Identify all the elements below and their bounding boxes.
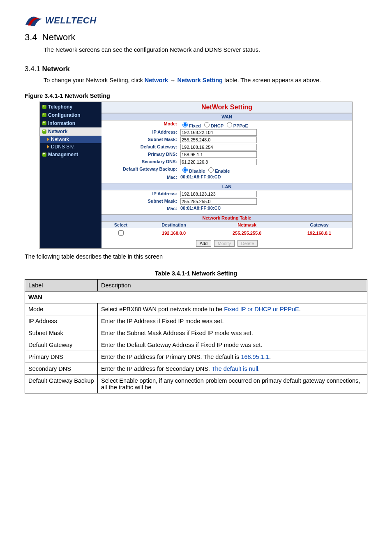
wan-header: WAN <box>101 113 352 120</box>
add-button[interactable]: Add <box>196 240 212 247</box>
sidebar-item-management[interactable]: Management <box>40 150 101 159</box>
subsection-intro: To change your Network Setting, click Ne… <box>44 75 367 86</box>
routing-header: Network Routing Table <box>101 214 352 222</box>
sidebar-sub-network[interactable]: Network <box>40 136 101 143</box>
plus-icon <box>42 105 46 109</box>
panel-title: NetWork Setting <box>101 102 352 113</box>
arrow-icon <box>47 145 49 148</box>
link-network-setting: Network Setting <box>178 77 223 83</box>
sidebar-sub-ddns[interactable]: DDNS Srv. <box>40 143 101 150</box>
table-row: Primary DNS Enter the IP address for Pri… <box>25 351 367 363</box>
table-row: Default Gateway BackupSelect Enable opti… <box>25 375 367 393</box>
delete-button[interactable]: Delete <box>238 240 258 247</box>
plus-icon <box>42 121 46 125</box>
sidebar-item-network[interactable]: Network <box>40 127 101 136</box>
section-intro: The Network screens can see the configur… <box>44 44 367 56</box>
table-row: Mode Select ePBX80 WAN port network mode… <box>25 303 367 315</box>
mode-pppoe-radio[interactable] <box>227 122 232 127</box>
minus-icon <box>42 130 46 134</box>
wan-gw-input[interactable] <box>180 144 257 150</box>
gwbk-enable-radio[interactable] <box>208 167 214 173</box>
footer-rule <box>25 420 222 420</box>
lan-ip-input[interactable] <box>180 191 257 197</box>
description-table: Label Description WAN Mode Select ePBX80… <box>25 279 367 393</box>
wan-mask-input[interactable] <box>180 136 257 143</box>
plus-icon <box>42 153 46 157</box>
sidebar: Telephony Configuration Information Netw… <box>40 102 101 248</box>
routing-table: Select Destination Netmask Gateway 192.1… <box>101 222 352 238</box>
sidebar-item-information[interactable]: Information <box>40 119 101 127</box>
figure-caption: Figure 3.4.1-1 Network Setting <box>25 92 367 99</box>
plus-icon <box>42 113 46 117</box>
wan-pdns-input[interactable] <box>180 151 257 158</box>
sidebar-item-telephony[interactable]: Telephony <box>40 103 101 111</box>
table-row: IP AddressEnter the IP Address if Fixed … <box>25 315 367 327</box>
logo-icon <box>25 12 45 29</box>
logo: WELLTECH <box>25 12 367 29</box>
table-row: 192.168.8.0 255.255.255.0 192.168.8.1 <box>101 228 352 238</box>
wan-mode[interactable]: Fixed DHCP PPPoE <box>179 120 352 129</box>
table-row: Secondary DNS Enter the IP address for S… <box>25 363 367 375</box>
content-panel: NetWork Setting WAN Mode: Fixed DHCP PPP… <box>101 102 352 248</box>
following-text: The following table describes the table … <box>25 251 367 263</box>
screenshot: Telephony Configuration Information Netw… <box>39 102 353 249</box>
table-row: Default GatewayEnter the Default Gateway… <box>25 339 367 351</box>
arrow-icon <box>47 138 49 141</box>
modify-button[interactable]: Modify <box>214 240 235 247</box>
table-row: Subnet MaskEnter the Subnet Mask Address… <box>25 327 367 339</box>
table-caption: Table 3.4.1-1 Network Setting <box>25 270 367 277</box>
lan-mac: 00:01:A8:FF:00:CC <box>179 205 352 212</box>
row-select-checkbox[interactable] <box>118 230 124 236</box>
lan-header: LAN <box>101 183 352 190</box>
wan-ip-input[interactable] <box>180 129 257 136</box>
link-network: Network <box>145 77 168 83</box>
sidebar-item-configuration[interactable]: Configuration <box>40 111 101 119</box>
section-heading: 3.4 Network <box>25 32 367 43</box>
mode-fixed-radio[interactable] <box>182 122 188 127</box>
lan-mask-input[interactable] <box>180 198 257 205</box>
wan-sdns-input[interactable] <box>180 159 257 165</box>
logo-text: WELLTECH <box>45 15 97 26</box>
mode-dhcp-radio[interactable] <box>204 122 210 127</box>
gwbk-disable-radio[interactable] <box>182 167 188 173</box>
wan-mac: 00:01:A8:FF:00:CD <box>179 174 352 180</box>
subsection-heading: 3.4.1 Network <box>25 65 367 73</box>
